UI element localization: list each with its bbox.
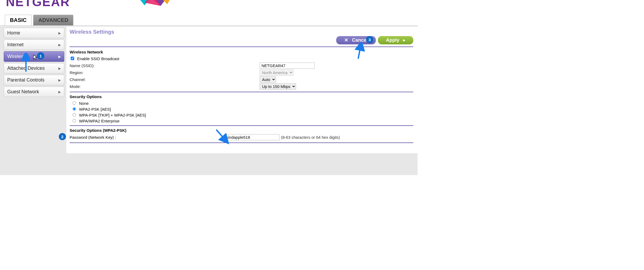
brand-logo-text: NETGEAR® [6, 0, 74, 9]
divider [70, 92, 413, 92]
sidebar-item-label: Wireless [7, 54, 26, 59]
play-icon: ▶ [403, 38, 405, 42]
region-select[interactable]: North America [260, 70, 293, 76]
sidebar-item-wireless[interactable]: Wireless ▶ 1 [4, 51, 64, 62]
mode-row: Mode: Up to 150 Mbps [70, 83, 413, 90]
divider [70, 142, 413, 143]
close-icon: ✕ [344, 37, 348, 43]
section-psk: Security Options (WPA2-PSK) [70, 128, 413, 133]
chevron-right-icon: ▶ [58, 43, 61, 47]
ssid-input[interactable] [260, 63, 315, 69]
radio-none-label: None [79, 101, 89, 106]
region-label: Region: [70, 70, 260, 75]
svg-marker-4 [33, 55, 37, 60]
radio-enterprise-label: WPA/WPA2 Enterprise [79, 119, 119, 123]
sidebar-item-guest-network[interactable]: Guest Network ▶ [4, 87, 64, 97]
mode-label: Mode: [70, 84, 260, 89]
password-row: 2 Password (Network Key) : (8-63 charact… [70, 134, 413, 140]
ssid-label: Name (SSID): [70, 63, 260, 68]
sidebar-item-label: Home [7, 30, 20, 36]
radio-wpa2[interactable] [73, 107, 76, 111]
content-pane: Wireless Settings ✕ Cancel 3 Apply ▶ [66, 27, 418, 153]
region-row: Region: North America [70, 70, 413, 76]
radio-wpa2-label: WPA2-PSK [AES] [79, 107, 111, 111]
chevron-right-icon: ▶ [58, 55, 61, 59]
sidebar-item-home[interactable]: Home ▶ [4, 28, 64, 38]
security-option-wpa2: WPA2-PSK [AES] [71, 106, 413, 111]
page-title: Wireless Settings [70, 29, 413, 35]
radio-mixed-label: WPA-PSK [TKIP] + WPA2-PSK [AES] [79, 113, 146, 117]
channel-label: Channel: [70, 77, 260, 82]
cancel-label: Cancel [352, 37, 368, 43]
sidebar: Home ▶ Internet ▶ Wireless ▶ 1 Attached … [0, 27, 66, 122]
divider [70, 47, 413, 47]
enable-ssid-checkbox[interactable] [71, 57, 74, 60]
apply-button[interactable]: Apply ▶ [378, 36, 413, 44]
ssid-row: Name (SSID): [70, 63, 413, 69]
enable-ssid-row: Enable SSID Broadcast [70, 56, 413, 61]
radio-none[interactable] [73, 101, 76, 105]
password-hint: (8-63 characters or 64 hex digits) [281, 135, 340, 140]
brand-geometric-icon [131, 0, 174, 7]
chevron-right-icon: ▶ [58, 90, 61, 94]
annotation-badge-2: 2 [59, 133, 66, 140]
sidebar-item-attached-devices[interactable]: Attached Devices ▶ [4, 63, 64, 74]
annotation-badge-3: 3 [366, 36, 373, 43]
sidebar-item-label: Internet [7, 42, 24, 48]
annotation-badge-1: 1 [37, 52, 44, 59]
tab-advanced[interactable]: ADVANCED [33, 15, 73, 25]
mode-select[interactable]: Up to 150 Mbps [260, 83, 296, 90]
sidebar-item-label: Guest Network [7, 89, 39, 95]
chevron-right-icon: ▶ [58, 78, 61, 82]
password-label: Password (Network Key) : [70, 135, 224, 140]
section-security-options: Security Options [70, 94, 413, 99]
section-wireless-network: Wireless Network [70, 50, 413, 54]
security-option-enterprise: WPA/WPA2 Enterprise [71, 118, 413, 123]
radio-mixed[interactable] [73, 113, 76, 117]
brand-header: NETGEAR® [0, 0, 418, 15]
sidebar-item-label: Parental Controls [7, 77, 44, 83]
channel-select[interactable]: Auto [260, 76, 276, 83]
sidebar-item-parental-controls[interactable]: Parental Controls ▶ [4, 75, 64, 85]
tab-basic[interactable]: BASIC [5, 15, 32, 25]
divider [70, 125, 413, 126]
sidebar-item-internet[interactable]: Internet ▶ [4, 40, 64, 50]
security-option-none: None [71, 101, 413, 106]
main-layout: Home ▶ Internet ▶ Wireless ▶ 1 Attached … [0, 25, 418, 175]
security-option-mixed: WPA-PSK [TKIP] + WPA2-PSK [AES] [71, 112, 413, 117]
action-bar: ✕ Cancel 3 Apply ▶ [70, 36, 413, 44]
password-input[interactable] [224, 134, 279, 140]
enable-ssid-label: Enable SSID Broadcast [77, 56, 119, 61]
channel-row: Channel: Auto [70, 76, 413, 83]
top-tabs: BASIC ADVANCED [5, 15, 418, 25]
radio-enterprise[interactable] [73, 119, 76, 122]
apply-label: Apply [386, 37, 399, 43]
chevron-right-icon: ▶ [58, 67, 61, 70]
sidebar-item-label: Attached Devices [7, 65, 45, 71]
chevron-right-icon: ▶ [58, 31, 61, 35]
